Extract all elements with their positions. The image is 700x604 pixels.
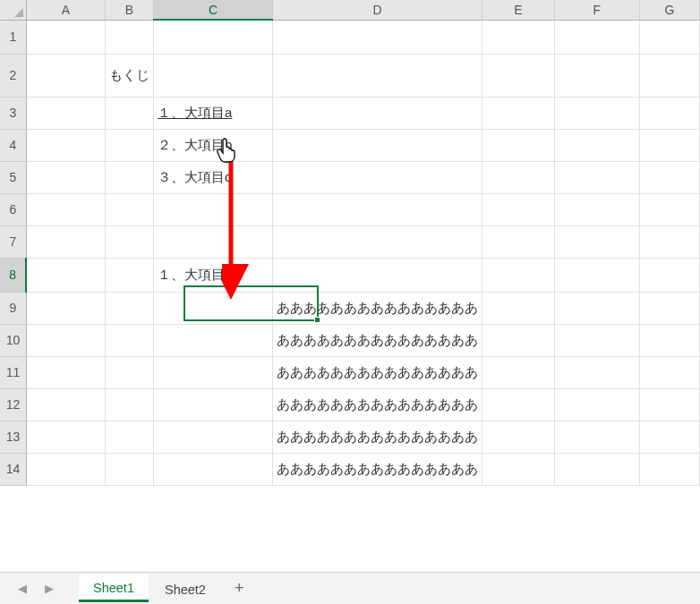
cell-B14[interactable] bbox=[105, 453, 153, 485]
hyperlink-item-1[interactable]: １、大項目a bbox=[153, 97, 272, 129]
cell-G3[interactable] bbox=[639, 97, 699, 129]
cell-B4[interactable] bbox=[105, 129, 153, 161]
cell-A5[interactable] bbox=[26, 161, 105, 193]
cell-B13[interactable] bbox=[105, 421, 153, 453]
cell-C5[interactable]: ３、大項目c bbox=[153, 161, 272, 193]
cell-C8[interactable]: １、大項目a bbox=[153, 258, 272, 292]
row-header-13[interactable]: 13 bbox=[0, 421, 26, 453]
cell-A4[interactable] bbox=[26, 129, 105, 161]
row-header-14[interactable]: 14 bbox=[0, 453, 26, 485]
cell-D10[interactable]: あああああああああああああああ bbox=[273, 324, 482, 356]
row-header-1[interactable]: 1 bbox=[0, 20, 26, 54]
cell-B9[interactable] bbox=[105, 292, 153, 324]
column-header-E[interactable]: E bbox=[482, 0, 555, 20]
row-header-8[interactable]: 8 bbox=[0, 258, 26, 292]
cell-G9[interactable] bbox=[639, 292, 699, 324]
row-header-10[interactable]: 10 bbox=[0, 324, 26, 356]
cell-D4[interactable] bbox=[273, 129, 482, 161]
cell-E11[interactable] bbox=[482, 356, 555, 388]
cell-D9[interactable]: あああああああああああああああ bbox=[273, 292, 482, 324]
cell-B8[interactable] bbox=[105, 258, 153, 292]
column-header-F[interactable]: F bbox=[554, 0, 639, 20]
tab-nav-next[interactable]: ▶ bbox=[36, 576, 63, 600]
cell-E2[interactable] bbox=[482, 54, 555, 97]
cell-G4[interactable] bbox=[639, 129, 699, 161]
cell-F4[interactable] bbox=[554, 129, 639, 161]
cell-G14[interactable] bbox=[639, 453, 699, 485]
cell-E7[interactable] bbox=[482, 225, 555, 258]
cell-D14[interactable]: あああああああああああああああ bbox=[273, 453, 482, 485]
cell-C7[interactable] bbox=[153, 225, 272, 258]
cell-E13[interactable] bbox=[482, 421, 555, 453]
cell-G11[interactable] bbox=[639, 356, 699, 388]
cell-F1[interactable] bbox=[554, 20, 639, 54]
cell-B2[interactable]: もくじ bbox=[105, 54, 153, 97]
cell-E10[interactable] bbox=[482, 324, 555, 356]
cell-F8[interactable] bbox=[554, 258, 639, 292]
cell-B10[interactable] bbox=[105, 324, 153, 356]
cell-G1[interactable] bbox=[639, 20, 699, 54]
cell-E6[interactable] bbox=[482, 193, 555, 225]
row-header-2[interactable]: 2 bbox=[0, 54, 26, 97]
cell-C13[interactable] bbox=[153, 421, 272, 453]
cell-C2[interactable] bbox=[153, 54, 272, 97]
column-header-D[interactable]: D bbox=[273, 0, 482, 20]
cell-B5[interactable] bbox=[105, 161, 153, 193]
column-header-B[interactable]: B bbox=[105, 0, 153, 20]
select-all-corner[interactable] bbox=[0, 0, 26, 20]
cell-A7[interactable] bbox=[26, 225, 105, 258]
column-header-G[interactable]: G bbox=[639, 0, 699, 20]
cell-E4[interactable] bbox=[482, 129, 555, 161]
cell-G5[interactable] bbox=[639, 161, 699, 193]
cell-G7[interactable] bbox=[639, 225, 699, 258]
cell-B11[interactable] bbox=[105, 356, 153, 388]
cell-F12[interactable] bbox=[554, 388, 639, 421]
cell-E8[interactable] bbox=[482, 258, 555, 292]
cell-E14[interactable] bbox=[482, 453, 555, 485]
sheet-tab-2[interactable]: Sheet2 bbox=[150, 576, 220, 601]
cell-F9[interactable] bbox=[554, 292, 639, 324]
cell-A1[interactable] bbox=[26, 20, 105, 54]
add-sheet-button[interactable]: + bbox=[222, 575, 257, 601]
cell-C12[interactable] bbox=[153, 388, 272, 421]
cell-D6[interactable] bbox=[273, 193, 482, 225]
cell-B12[interactable] bbox=[105, 388, 153, 421]
tab-nav-prev[interactable]: ◀ bbox=[9, 576, 36, 600]
cell-D12[interactable]: あああああああああああああああ bbox=[273, 388, 482, 421]
cell-G8[interactable] bbox=[639, 258, 699, 292]
row-header-9[interactable]: 9 bbox=[0, 292, 26, 324]
cell-A6[interactable] bbox=[26, 193, 105, 225]
cell-B7[interactable] bbox=[105, 225, 153, 258]
cell-A2[interactable] bbox=[26, 54, 105, 97]
cell-B1[interactable] bbox=[105, 20, 153, 54]
cell-F2[interactable] bbox=[554, 54, 639, 97]
cell-D5[interactable] bbox=[273, 161, 482, 193]
cell-G6[interactable] bbox=[639, 193, 699, 225]
cell-D3[interactable] bbox=[273, 97, 482, 129]
cell-A11[interactable] bbox=[26, 356, 105, 388]
row-header-5[interactable]: 5 bbox=[0, 161, 26, 193]
cell-E1[interactable] bbox=[482, 20, 555, 54]
cell-A14[interactable] bbox=[26, 453, 105, 485]
cell-F14[interactable] bbox=[554, 453, 639, 485]
cell-D7[interactable] bbox=[273, 225, 482, 258]
cell-F13[interactable] bbox=[554, 421, 639, 453]
column-header-A[interactable]: A bbox=[26, 0, 105, 20]
cell-C4[interactable]: ２、大項目b bbox=[153, 129, 272, 161]
cell-C14[interactable] bbox=[153, 453, 272, 485]
cell-A13[interactable] bbox=[26, 421, 105, 453]
cell-E12[interactable] bbox=[482, 388, 555, 421]
cell-D11[interactable]: あああああああああああああああ bbox=[273, 356, 482, 388]
sheet-tab-1[interactable]: Sheet1 bbox=[79, 574, 149, 602]
cell-D13[interactable]: あああああああああああああああ bbox=[273, 421, 482, 453]
cell-F7[interactable] bbox=[554, 225, 639, 258]
cell-D2[interactable] bbox=[273, 54, 482, 97]
cell-D1[interactable] bbox=[273, 20, 482, 54]
cell-F11[interactable] bbox=[554, 356, 639, 388]
cell-G12[interactable] bbox=[639, 388, 699, 421]
row-header-3[interactable]: 3 bbox=[0, 97, 26, 129]
column-header-C[interactable]: C bbox=[153, 0, 272, 20]
cell-E3[interactable] bbox=[482, 97, 555, 129]
cell-A12[interactable] bbox=[26, 388, 105, 421]
cell-A8[interactable] bbox=[26, 258, 105, 292]
